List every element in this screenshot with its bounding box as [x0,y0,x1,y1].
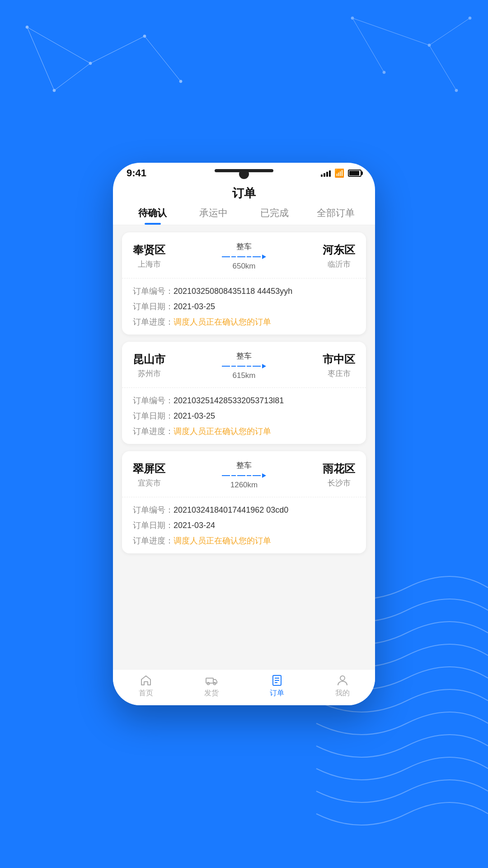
tab-pending[interactable]: 待确认 [122,207,183,225]
from-region-2: 苏州市 [133,368,165,379]
order-progress-label-1: 订单进度： [133,316,174,327]
from-point-1: 奉贤区 上海市 [133,243,165,269]
to-city-3: 雨花区 [323,462,355,476]
order-date-label-2: 订单日期： [133,410,174,421]
nav-order[interactable]: 订单 [244,674,310,698]
from-city-1: 奉贤区 [133,243,165,257]
phone-camera [239,169,249,179]
nav-order-label: 订单 [270,689,284,698]
truck-icon [205,674,218,687]
tabs-bar: 待确认 承运中 已完成 全部订单 [113,201,375,225]
from-point-3: 翠屏区 宜宾市 [133,462,165,488]
from-city-2: 昆山市 [133,352,165,367]
order-progress-value-1: 调度人员正在确认您的订单 [174,316,271,327]
to-city-2: 市中区 [323,352,355,367]
order-info-3: 订单编号： 20210324184017441962 03cd0 订单日期： 2… [122,497,366,553]
route-type-2: 整车 [236,351,252,361]
svg-line-11 [429,18,470,45]
nav-ship-label: 发货 [204,689,219,698]
order-date-value-2: 2021-03-25 [174,411,215,421]
svg-line-10 [352,18,429,45]
order-info-2: 订单编号： 2021032514285332053713l81 订单日期： 20… [122,388,366,444]
order-no-label-3: 订单编号： [133,505,174,515]
to-point-1: 河东区 临沂市 [323,243,355,269]
order-no-value-1: 202103250808435118 44453yyh [174,287,292,296]
route-type-3: 整车 [236,460,252,471]
tab-all[interactable]: 全部订单 [305,207,366,225]
order-date-row-1: 订单日期： 2021-03-25 [133,301,355,312]
order-date-label-3: 订单日期： [133,520,174,531]
to-region-3: 长沙市 [323,478,355,488]
svg-point-26 [340,676,345,680]
order-card-2[interactable]: 昆山市 苏州市 整车 615km 市中区 枣庄市 [122,342,366,444]
svg-line-1 [90,36,145,63]
order-date-value-3: 2021-03-24 [174,521,215,530]
svg-line-3 [27,27,54,90]
wifi-icon: 📶 [334,168,344,178]
to-region-1: 临沂市 [323,259,355,269]
from-point-2: 昆山市 苏州市 [133,352,165,379]
from-region-3: 宜宾市 [133,478,165,488]
order-card-1[interactable]: 奉贤区 上海市 整车 650km 河东区 临沂市 [122,232,366,335]
nav-mine-label: 我的 [335,689,350,698]
svg-point-14 [351,17,354,19]
order-progress-row-3: 订单进度： 调度人员正在确认您的订单 [133,535,355,546]
nav-mine[interactable]: 我的 [310,674,375,698]
order-progress-label-2: 订单进度： [133,426,174,437]
order-progress-value-3: 调度人员正在确认您的订单 [174,535,271,546]
page-title: 订单 [127,185,361,201]
route-middle-2: 整车 615km [222,351,266,380]
route-distance-3: 1260km [230,481,258,490]
tab-in-transit[interactable]: 承运中 [183,207,244,225]
home-icon [140,674,152,687]
svg-point-6 [89,62,92,65]
route-arrow-2 [222,364,266,368]
route-type-1: 整车 [236,241,252,252]
svg-point-5 [26,26,28,28]
order-no-value-3: 20210324184017441962 03cd0 [174,505,288,515]
order-card-3[interactable]: 翠屏区 宜宾市 整车 1260km 雨花区 长沙市 [122,451,366,553]
order-no-row-2: 订单编号： 2021032514285332053713l81 [133,395,355,406]
route-distance-1: 650km [232,262,255,271]
signal-icon [321,170,331,177]
svg-line-4 [54,63,90,90]
battery-icon [348,170,361,177]
order-no-label-2: 订单编号： [133,395,174,406]
route-middle-1: 整车 650km [222,241,266,271]
to-city-1: 河东区 [323,243,355,257]
to-point-2: 市中区 枣庄市 [323,352,355,379]
svg-line-13 [352,18,384,72]
from-city-3: 翠屏区 [133,462,165,476]
order-no-row-3: 订单编号： 20210324184017441962 03cd0 [133,505,355,515]
order-no-row-1: 订单编号： 202103250808435118 44453yyh [133,286,355,297]
svg-line-12 [429,45,456,90]
bottom-nav: 首页 发货 订单 [113,669,375,705]
nav-home-label: 首页 [139,689,153,698]
order-no-value-2: 2021032514285332053713l81 [174,396,284,406]
user-icon [336,674,349,687]
svg-line-0 [27,27,90,63]
from-region-1: 上海市 [133,259,165,269]
svg-point-15 [428,44,431,47]
svg-rect-19 [206,678,213,683]
svg-line-2 [145,36,181,81]
order-no-label-1: 订单编号： [133,286,174,297]
nav-home[interactable]: 首页 [113,674,178,698]
page-header: 订单 [113,179,375,201]
tab-completed[interactable]: 已完成 [244,207,305,225]
svg-point-7 [143,35,146,38]
svg-point-16 [469,17,471,19]
order-progress-row-2: 订单进度： 调度人员正在确认您的订单 [133,426,355,437]
route-distance-2: 615km [232,371,255,380]
nav-ship[interactable]: 发货 [178,674,244,698]
svg-point-9 [53,89,56,92]
order-progress-value-2: 调度人员正在确认您的订单 [174,426,271,437]
order-date-row-2: 订单日期： 2021-03-25 [133,410,355,421]
svg-point-8 [179,80,182,83]
order-date-value-1: 2021-03-25 [174,302,215,311]
order-route-1: 奉贤区 上海市 整车 650km 河东区 临沂市 [122,232,366,278]
order-route-3: 翠屏区 宜宾市 整车 1260km 雨花区 长沙市 [122,451,366,497]
phone-frame: 9:41 📶 订单 待确认 承运中 已完成 全部订单 奉贤区 上海市 [113,163,375,705]
order-progress-label-3: 订单进度： [133,535,174,546]
order-date-label-1: 订单日期： [133,301,174,312]
